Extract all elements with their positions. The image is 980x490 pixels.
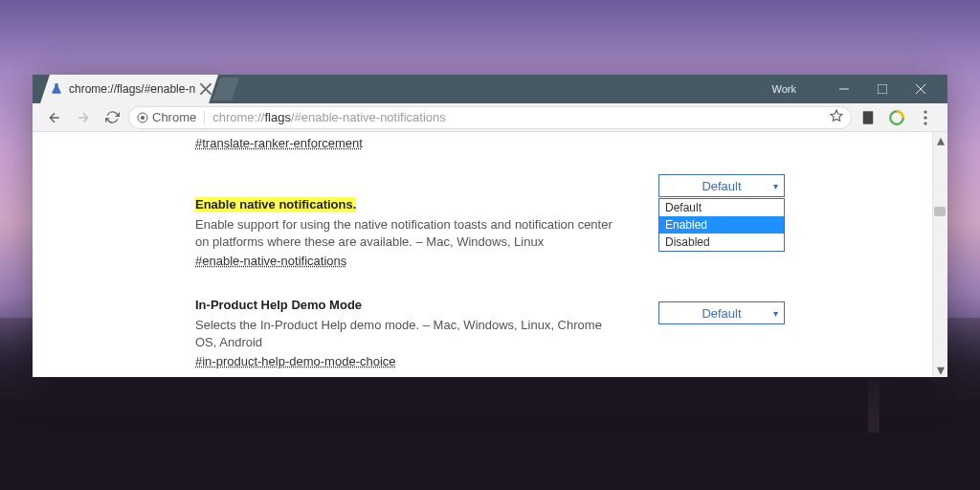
svg-marker-8: [831, 110, 842, 121]
chrome-window: chrome://flags/#enable-n Work Chrome chr…: [33, 75, 947, 377]
browser-menu-button[interactable]: [913, 110, 938, 125]
flag-option-disabled[interactable]: Disabled: [659, 234, 784, 251]
url-host: flags: [264, 110, 290, 124]
chrome-product-icon: [137, 112, 148, 123]
extension-icon[interactable]: [859, 109, 877, 126]
address-bar[interactable]: Chrome chrome://flags/#enable-native-not…: [128, 106, 852, 129]
svg-rect-3: [878, 84, 887, 94]
reload-button[interactable]: [100, 105, 124, 130]
tab-strip: chrome://flags/#enable-n: [40, 75, 239, 103]
flag-title: Enable native notifications.: [195, 197, 356, 212]
svg-point-12: [924, 116, 926, 119]
site-info[interactable]: Chrome: [137, 110, 205, 124]
flag-option-default[interactable]: Default: [659, 199, 784, 216]
close-window-button[interactable]: [902, 75, 940, 103]
flag-anchor-link[interactable]: #translate-ranker-enforcement: [195, 136, 363, 150]
flag-title: In-Product Help Demo Mode: [195, 298, 362, 312]
scroll-up-icon[interactable]: ▴: [933, 132, 947, 147]
profile-label[interactable]: Work: [772, 83, 796, 95]
extension-circle-icon[interactable]: [888, 109, 905, 126]
flag-select-menu: Default Enabled Disabled: [658, 198, 785, 252]
flag-option-enabled[interactable]: Enabled: [659, 216, 784, 234]
flag-select-button[interactable]: Default: [658, 301, 785, 324]
svg-point-11: [924, 110, 926, 113]
flag-description: Selects the In-Product Help demo mode. –…: [195, 317, 626, 350]
flag-item: In-Product Help Demo Mode Selects the In…: [195, 296, 785, 369]
svg-point-13: [924, 122, 926, 124]
forward-button[interactable]: [71, 105, 96, 130]
page-content: #translate-ranker-enforcement Enable nat…: [33, 132, 947, 377]
secure-label: Chrome: [152, 110, 196, 124]
minimize-button[interactable]: [825, 75, 863, 103]
close-icon[interactable]: [199, 82, 212, 96]
url-scheme: chrome://: [212, 110, 264, 124]
flag-select-button[interactable]: Default: [658, 174, 785, 197]
back-button[interactable]: [42, 105, 67, 130]
flask-icon: [50, 82, 63, 96]
flag-item: Enable native notifications. Enable supp…: [195, 165, 785, 269]
flag-description: Enable support for using the native noti…: [195, 216, 626, 250]
scrollbar[interactable]: ▴ ▾: [932, 132, 947, 377]
bookmark-star-icon[interactable]: [830, 109, 843, 125]
flag-dropdown: Default: [658, 301, 785, 324]
url-path: /#enable-native-notifications: [291, 110, 446, 124]
window-titlebar: chrome://flags/#enable-n Work: [33, 75, 947, 103]
svg-rect-9: [863, 111, 874, 124]
tab-title: chrome://flags/#enable-n: [69, 82, 195, 96]
browser-tab[interactable]: chrome://flags/#enable-n: [40, 75, 218, 103]
scroll-down-icon[interactable]: ▾: [933, 362, 947, 377]
inactive-tab[interactable]: [212, 78, 239, 100]
flag-anchor-link[interactable]: #in-product-help-demo-mode-choice: [195, 354, 396, 368]
flag-anchor-link[interactable]: #enable-native-notifications: [195, 254, 346, 268]
svg-point-7: [141, 116, 145, 120]
browser-toolbar: Chrome chrome://flags/#enable-native-not…: [33, 103, 947, 132]
scroll-thumb[interactable]: [934, 207, 946, 216]
flag-dropdown: Default Default Enabled Disabled: [658, 174, 785, 252]
maximize-button[interactable]: [863, 75, 902, 103]
